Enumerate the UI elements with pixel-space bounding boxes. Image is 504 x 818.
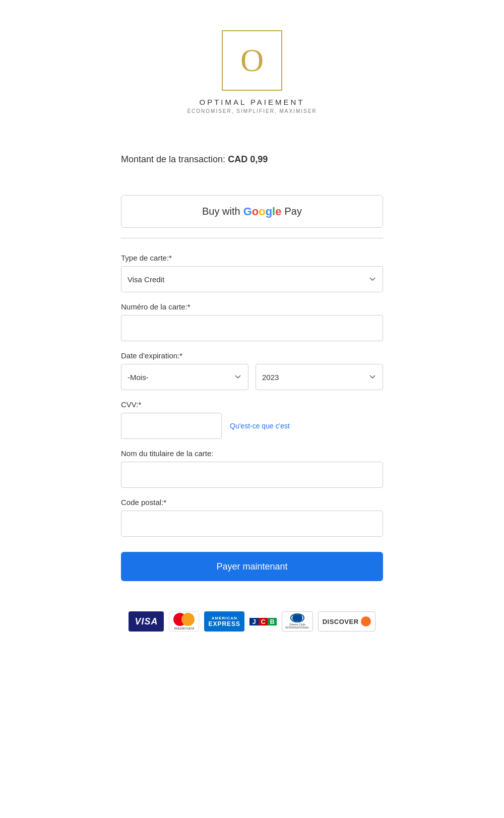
card-number-group: Numéro de la carte:*: [121, 302, 383, 341]
card-type-group: Type de carte:* Visa Credit Visa Debit M…: [121, 254, 383, 292]
gpay-text-after: Pay: [284, 206, 301, 217]
postal-input[interactable]: [121, 511, 383, 537]
cvv-label: CVV:*: [121, 400, 383, 409]
cvv-link[interactable]: Qu'est-ce que c'est: [230, 422, 290, 430]
form-container: Buy with Google Pay Type de carte:* Visa…: [121, 195, 383, 611]
postal-label: Code postal:*: [121, 498, 383, 507]
payment-icons: VISA mastercard AMERICAN EXPRESS J C B: [129, 611, 375, 632]
google-g-logo: Google: [243, 205, 282, 218]
month-select-wrapper: -Mois- 010203 040506 070809 101112: [121, 364, 248, 390]
section-divider: [121, 238, 383, 238]
year-select-wrapper: 2023 2024 2025 2026 2027 2028: [256, 364, 383, 390]
card-type-select-wrapper: Visa Credit Visa Debit Mastercard Amex: [121, 266, 383, 292]
card-type-select[interactable]: Visa Credit Visa Debit Mastercard Amex: [121, 266, 383, 292]
card-number-label: Numéro de la carte:*: [121, 302, 383, 311]
logo-container: O OPTIMAL PAIEMENT ÉCONOMISER, SIMPLIFIE…: [187, 30, 317, 114]
cvv-input[interactable]: [121, 413, 222, 439]
transaction-amount: Montant de la transaction: CAD 0,99: [121, 154, 383, 165]
logo-box: O: [222, 30, 282, 91]
cardholder-label: Nom du titulaire de la carte:: [121, 449, 383, 458]
logo-tagline: ÉCONOMISER, SIMPLIFIER, MAXIMISER: [187, 108, 317, 114]
amex-icon: AMERICAN EXPRESS: [204, 611, 244, 632]
card-number-input[interactable]: [121, 315, 383, 341]
submit-button[interactable]: Payer maintenant: [121, 552, 383, 581]
logo-letter: O: [240, 44, 264, 77]
postal-group: Code postal:*: [121, 498, 383, 537]
gpay-text-before: Buy with: [202, 206, 240, 217]
expiry-row: -Mois- 010203 040506 070809 101112 2023 …: [121, 364, 383, 390]
month-select[interactable]: -Mois- 010203 040506 070809 101112: [121, 364, 248, 390]
expiry-label: Date d'expiration:*: [121, 351, 383, 360]
transaction-value: CAD 0,99: [228, 154, 268, 164]
discover-icon: DISCOVER: [318, 611, 375, 632]
visa-icon: VISA: [129, 611, 164, 632]
diners-club-icon: Diners ClubINTERNATIONAL: [282, 611, 313, 632]
expiry-group: Date d'expiration:* -Mois- 010203 040506…: [121, 351, 383, 390]
card-type-label: Type de carte:*: [121, 254, 383, 262]
year-select[interactable]: 2023 2024 2025 2026 2027 2028: [256, 364, 383, 390]
cardholder-input[interactable]: [121, 462, 383, 488]
transaction-label: Montant de la transaction:: [121, 154, 225, 164]
cvv-group: CVV:* Qu'est-ce que c'est: [121, 400, 383, 439]
cvv-row: Qu'est-ce que c'est: [121, 413, 383, 439]
cardholder-group: Nom du titulaire de la carte:: [121, 449, 383, 488]
jcb-icon: J C B: [249, 611, 277, 632]
gpay-button[interactable]: Buy with Google Pay: [121, 195, 383, 228]
logo-name: OPTIMAL PAIEMENT: [199, 98, 304, 106]
mastercard-icon: mastercard: [169, 611, 199, 632]
